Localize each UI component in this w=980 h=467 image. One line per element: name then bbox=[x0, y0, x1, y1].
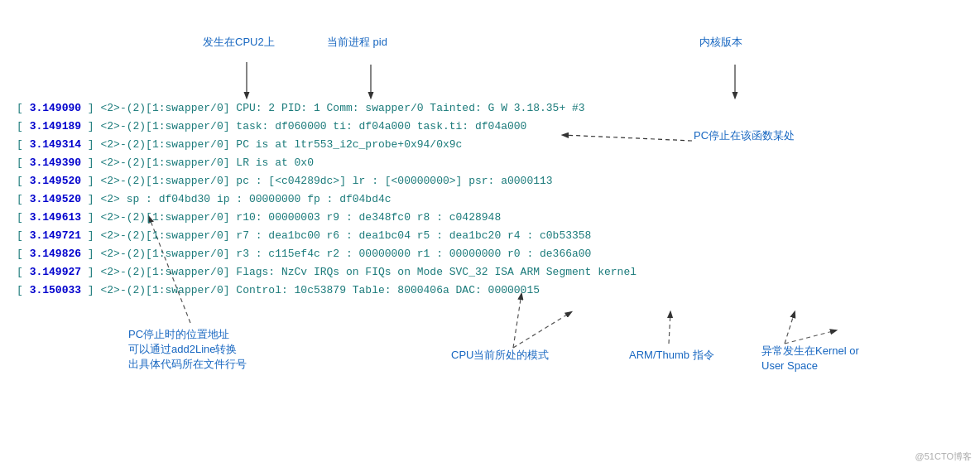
pid-annotation: 当前进程 pid bbox=[327, 35, 387, 50]
log-line-2: [ 3.149189 ] <2>-(2)[1:swapper/0] task: … bbox=[17, 118, 963, 136]
log-line-10: [ 3.149927 ] <2>-(2)[1:swapper/0] Flags:… bbox=[17, 263, 963, 282]
cpu2-annotation: 发生在CPU2上 bbox=[203, 35, 275, 50]
svg-line-11 bbox=[785, 330, 836, 344]
log-area: [ 3.149090 ] <2>-(2)[1:swapper/0] CPU: 2… bbox=[17, 99, 963, 300]
arm-thumb-annotation: ARM/Thumb 指令 bbox=[629, 348, 714, 363]
log-line-11: [ 3.150033 ] <2>-(2)[1:swapper/0] Contro… bbox=[17, 282, 963, 300]
watermark: @51CTO博客 bbox=[915, 450, 972, 463]
log-line-6: [ 3.149520 ] <2> sp : df04bd30 ip : 0000… bbox=[17, 190, 963, 209]
pc-address-annotation: PC停止时的位置地址可以通过add2Line转换出具体代码所在文件行号 bbox=[128, 327, 247, 372]
log-line-4: [ 3.149390 ] <2>-(2)[1:swapper/0] LR is … bbox=[17, 154, 963, 172]
svg-line-9 bbox=[669, 312, 670, 344]
svg-line-7 bbox=[513, 312, 571, 348]
exception-space-annotation: 异常发生在Kernel orUser Space bbox=[761, 344, 859, 373]
log-line-3: [ 3.149314 ] <2>-(2)[1:swapper/0] PC is … bbox=[17, 136, 963, 154]
log-line-8: [ 3.149721 ] <2>-(2)[1:swapper/0] r7 : d… bbox=[17, 227, 963, 245]
kernel-version-annotation: 内核版本 bbox=[699, 35, 742, 50]
svg-line-10 bbox=[785, 312, 795, 344]
log-line-9: [ 3.149826 ] <2>-(2)[1:swapper/0] r3 : c… bbox=[17, 245, 963, 263]
log-line-1: [ 3.149090 ] <2>-(2)[1:swapper/0] CPU: 2… bbox=[17, 99, 963, 118]
svg-line-8 bbox=[513, 294, 521, 348]
main-container: 发生在CPU2上 当前进程 pid 内核版本 PC停止在该函数某处 PC停止时的… bbox=[0, 0, 980, 467]
cpu-mode-annotation: CPU当前所处的模式 bbox=[451, 348, 549, 363]
log-line-5: [ 3.149520 ] <2>-(2)[1:swapper/0] pc : [… bbox=[17, 172, 963, 190]
log-line-7: [ 3.149613 ] <2>-(2)[1:swapper/0] r10: 0… bbox=[17, 209, 963, 227]
